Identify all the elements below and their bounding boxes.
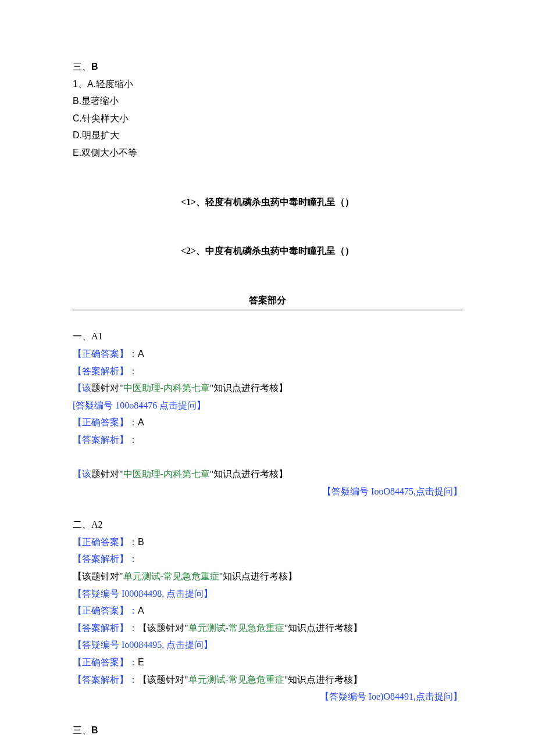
header-letter: B [91, 62, 98, 71]
topic-mid: 题针对" [91, 383, 123, 393]
correct-value: A [138, 605, 144, 615]
topic-suffix: "知识点进行考核】 [210, 469, 288, 479]
option-b-text: 显著缩小 [81, 96, 119, 106]
correct-label: 【正确答案】： [73, 657, 138, 667]
question-1: 1、A.轻度缩小 [73, 76, 462, 93]
header-prefix: 三、 [73, 62, 91, 71]
option-c: C.针尖样大小 [73, 110, 462, 127]
sub-question-2: <2>、中度有机磷杀虫药中毒时瞳孔呈（） [73, 242, 462, 260]
answers-header: 答案部分 [73, 292, 462, 309]
correct-label: 【正确答案】： [73, 349, 138, 359]
answers-divider: 答案部分 [73, 292, 462, 311]
topic-green: 中医助理-内科第七章 [123, 469, 210, 479]
q1-number: 1、 [73, 79, 87, 89]
correct-label: 【正确答案】： [73, 605, 138, 615]
a1-topic-2: 【该题针对"中医助理-内科第七章"知识点进行考核】 [73, 465, 462, 483]
a2-correct-3: 【正确答案】：E [73, 654, 462, 671]
a2-faq-link-2[interactable]: 【答疑编号 Io0084495, 点击提问】 [73, 636, 462, 654]
header-prefix: 三、 [73, 725, 91, 735]
topic-green: 单元测试-常见急危重症 [188, 623, 284, 633]
option-c-text: 针尖样大小 [82, 113, 129, 123]
option-d-text: 明显扩大 [82, 130, 119, 140]
topic-prefix: 【该 [73, 383, 91, 393]
section-a2: 二、A2 【正确答案】：B 【答案解析】： 【该题针对"单元测试-常见急危重症"… [73, 516, 462, 705]
analysis-label: 【答案解析】： [73, 623, 138, 633]
section-3b: 三、B [73, 722, 462, 739]
topic-suffix: "知识点进行考核】 [284, 623, 363, 633]
analysis-label: 【答案解析】： [73, 675, 138, 685]
a2-analysis-topic-3: 【答案解析】：【该题针对"单元测试-常见急危重症"知识点进行考核】 [73, 671, 462, 689]
topic-green: 单元测试-常见急危重症 [123, 571, 219, 581]
topic-prefix: 【该题针对" [73, 571, 123, 581]
option-e-text: 双侧大小不等 [81, 148, 137, 157]
header-letter: B [91, 725, 98, 735]
blank-line [73, 449, 462, 466]
topic-suffix: "知识点进行考核】 [284, 675, 363, 685]
option-d-prefix: D. [73, 130, 82, 140]
topic-suffix: "知识点进行考核】 [210, 383, 288, 393]
correct-value: B [138, 537, 144, 547]
a2-analysis-topic-2: 【答案解析】：【该题针对"单元测试-常见急危重症"知识点进行考核】 [73, 619, 462, 637]
a2-faq-link-3[interactable]: 【答疑编号 Ioe)O84491,点击提问】 [73, 688, 462, 705]
option-b: B.显著缩小 [73, 92, 462, 110]
a1-correct-1: 【正确答案】：A [73, 345, 462, 363]
topic-mid: 题针对" [91, 469, 123, 479]
a1-analysis-label-2: 【答案解析】： [73, 431, 462, 449]
topic-green: 单元测试-常见急危重症 [188, 675, 284, 685]
a1-correct-2: 【正确答案】：A [73, 414, 462, 431]
correct-label: 【正确答案】： [73, 417, 138, 427]
a1-faq-link-2[interactable]: 【答疑编号 IooO84475,点击提问】 [73, 483, 462, 500]
correct-value: A [138, 349, 144, 359]
a2-correct-1: 【正确答案】：B [73, 533, 462, 551]
option-c-prefix: C. [73, 113, 82, 123]
option-e: E.双侧大小不等 [73, 144, 462, 162]
a2-analysis-label-1: 【答案解析】： [73, 550, 462, 568]
option-d: D.明显扩大 [73, 127, 462, 144]
correct-label: 【正确答案】： [73, 537, 138, 547]
correct-value: A [138, 417, 144, 427]
option-b-prefix: B. [73, 96, 81, 106]
topic-prefix: 【该 [73, 469, 91, 479]
section-3-header: 三、B [73, 58, 462, 76]
topic-prefix: 【该题针对" [138, 675, 188, 685]
a1-analysis-label-1: 【答案解析】： [73, 363, 462, 380]
a2-correct-2: 【正确答案】：A [73, 602, 462, 619]
a1-heading: 一、A1 [73, 328, 462, 345]
sub-question-1: <1>、轻度有机磷杀虫药中毒时瞳孔呈（） [73, 194, 462, 211]
a2-heading: 二、A2 [73, 516, 462, 533]
option-e-prefix: E. [73, 148, 81, 157]
correct-value: E [138, 657, 144, 667]
topic-prefix: 【该题针对" [138, 623, 188, 633]
topic-green: 中医助理-内科第七章 [123, 383, 210, 393]
section-3-questions: 三、B 1、A.轻度缩小 B.显著缩小 C.针尖样大小 D.明显扩大 E.双侧大… [73, 58, 462, 260]
section-a1: 一、A1 【正确答案】：A 【答案解析】： 【该题针对"中医助理-内科第七章"知… [73, 328, 462, 500]
a2-topic-1: 【该题针对"单元测试-常见急危重症"知识点进行考核】 [73, 568, 462, 585]
a1-topic-1: 【该题针对"中医助理-内科第七章"知识点进行考核】 [73, 379, 462, 397]
topic-suffix: "知识点进行考核】 [219, 571, 298, 581]
option-a-text: 轻度缩小 [96, 79, 133, 89]
a1-faq-link-1[interactable]: [答疑编号 100o84476 点击提问】 [73, 397, 462, 414]
option-a-prefix: A. [87, 79, 96, 89]
a2-faq-link-1[interactable]: 【答疑编号 I00084498, 点击提问】 [73, 585, 462, 603]
